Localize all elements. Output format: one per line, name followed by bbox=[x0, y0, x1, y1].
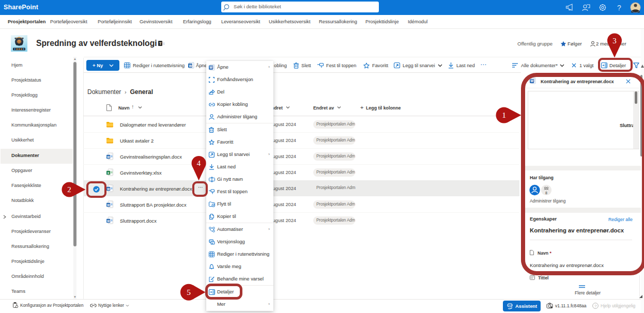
svg-text:W: W bbox=[209, 66, 212, 69]
svg-text:1: 1 bbox=[502, 111, 506, 119]
svg-text:T: T bbox=[159, 41, 162, 46]
svg-text:B: B bbox=[163, 41, 165, 45]
svg-text:W: W bbox=[107, 204, 110, 207]
svg-text:5: 5 bbox=[187, 288, 191, 296]
svg-text:W: W bbox=[107, 155, 110, 159]
svg-text:?: ? bbox=[617, 4, 621, 12]
svg-text:3: 3 bbox=[612, 37, 617, 45]
svg-text:W: W bbox=[189, 64, 192, 68]
svg-text:4: 4 bbox=[197, 159, 201, 167]
svg-text:X: X bbox=[107, 171, 109, 175]
svg-text:2: 2 bbox=[67, 185, 71, 194]
svg-text:?: ? bbox=[594, 304, 597, 308]
svg-text:W: W bbox=[107, 220, 110, 223]
svg-text:W: W bbox=[107, 187, 110, 191]
